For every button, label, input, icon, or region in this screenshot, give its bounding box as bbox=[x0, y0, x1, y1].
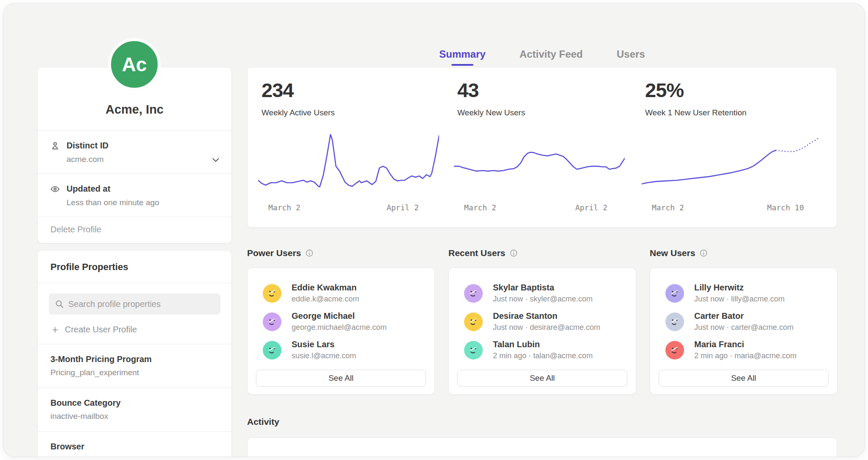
see-all-button[interactable]: See All bbox=[256, 370, 426, 387]
property-value: Pricing_plan_experiment bbox=[50, 368, 219, 377]
property-name: Bounce Category bbox=[50, 398, 219, 408]
face-icon bbox=[668, 287, 681, 300]
face-icon bbox=[266, 287, 278, 300]
property-name: Browser bbox=[50, 442, 219, 452]
x-axis: March 2 April 2 bbox=[258, 203, 439, 213]
active-tab-underline bbox=[451, 64, 473, 66]
info-icon[interactable] bbox=[305, 249, 314, 257]
field-value: acme.com bbox=[67, 155, 219, 164]
delete-profile-button[interactable]: Delete Profile bbox=[38, 217, 231, 243]
activity-card: 234 240 3.4k bbox=[247, 438, 837, 457]
info-icon[interactable] bbox=[699, 249, 708, 257]
user-name: Maria Franci bbox=[694, 340, 796, 349]
user-avatar bbox=[665, 312, 684, 331]
user-list-item[interactable]: Skylar BaptistaJust now · skyler@acme.co… bbox=[464, 282, 636, 304]
user-list-item[interactable]: Desirae StantonJust now · desirare@acme.… bbox=[464, 311, 636, 332]
face-icon bbox=[467, 287, 480, 300]
user-list-item[interactable]: Susie Larssusie.l@acme.com bbox=[263, 339, 434, 361]
see-all-button[interactable]: See All bbox=[457, 370, 627, 387]
recent-users-card: Skylar BaptistaJust now · skyler@acme.co… bbox=[448, 268, 636, 395]
user-detail: 2 min ago · maria@acme.com bbox=[694, 351, 796, 360]
x-tick: April 2 bbox=[387, 203, 419, 212]
user-avatar bbox=[665, 284, 684, 303]
user-list-item[interactable]: George Michaelgeorge.michael@acme.com bbox=[263, 311, 434, 332]
user-name: Skylar Baptista bbox=[493, 283, 593, 293]
user-avatar bbox=[263, 341, 281, 360]
tab-label: Activity Feed bbox=[520, 48, 583, 60]
info-icon[interactable] bbox=[509, 249, 518, 257]
avatar-initials: Ac bbox=[122, 53, 147, 76]
tab-activity-feed[interactable]: Activity Feed bbox=[520, 48, 583, 66]
new-users-card: Lilly HerwitzJust now · lilly@acme.comCa… bbox=[650, 268, 837, 395]
tab-label: Summary bbox=[439, 48, 485, 60]
sparkline-chart bbox=[454, 129, 625, 197]
search-box[interactable] bbox=[49, 293, 220, 315]
x-tick: March 2 bbox=[652, 203, 684, 212]
new-users-title: New Users bbox=[650, 248, 708, 258]
user-list-item[interactable]: Maria Franci2 min ago · maria@acme.com bbox=[665, 339, 837, 361]
profile-card: Acme, Inc Distinct ID acme.com bbox=[37, 67, 232, 243]
field-label: Updated at bbox=[67, 184, 110, 194]
updated-at-row: Updated at Less than one minute ago bbox=[38, 174, 231, 217]
plus-icon bbox=[51, 326, 59, 334]
user-list-item[interactable]: Lilly HerwitzJust now · lilly@acme.com bbox=[665, 282, 837, 304]
create-user-profile-button[interactable]: Create User Profile bbox=[38, 319, 231, 344]
x-tick: April 2 bbox=[575, 203, 607, 212]
tab-bar: Summary Activity Feed Users bbox=[247, 48, 837, 66]
user-avatar bbox=[464, 284, 483, 303]
tab-summary[interactable]: Summary bbox=[439, 48, 485, 66]
stat-label: Weekly New Users bbox=[457, 108, 525, 117]
profile-properties-title: Profile Properties bbox=[38, 251, 231, 283]
profile-properties-card: Profile Properties Create User Profile 3… bbox=[37, 250, 232, 457]
user-avatar bbox=[464, 341, 483, 360]
property-row[interactable]: Bounce Category inactive-mailbox bbox=[38, 388, 231, 432]
x-tick: March 2 bbox=[268, 203, 300, 212]
user-text: Carter BatorJust now · carter@acme.com bbox=[694, 311, 793, 332]
user-avatar bbox=[464, 312, 483, 331]
user-list-item[interactable]: Carter BatorJust now · carter@acme.com bbox=[665, 311, 837, 332]
stat-value: 25% bbox=[645, 78, 684, 102]
user-list-item[interactable]: Talan Lubin2 min ago · talan@acme.com bbox=[464, 339, 636, 361]
user-name: Desirae Stanton bbox=[493, 311, 600, 321]
user-text: Susie Larssusie.l@acme.com bbox=[292, 340, 356, 360]
stat-label: Week 1 New User Retention bbox=[645, 108, 746, 117]
property-value: Chrome bbox=[50, 455, 219, 457]
face-icon bbox=[266, 344, 278, 357]
user-text: Lilly HerwitzJust now · lilly@acme.com bbox=[694, 283, 785, 304]
field-label: Distinct ID bbox=[67, 141, 108, 151]
face-icon bbox=[668, 315, 681, 328]
face-icon bbox=[668, 344, 681, 357]
user-avatar bbox=[263, 312, 281, 331]
see-all-button[interactable]: See All bbox=[659, 370, 829, 387]
recent-users-title: Recent Users bbox=[448, 248, 518, 258]
user-text: Maria Franci2 min ago · maria@acme.com bbox=[694, 340, 796, 360]
face-icon bbox=[266, 315, 278, 328]
field-value: Less than one minute ago bbox=[67, 198, 219, 207]
user-list-item[interactable]: Eddie Kwakmaneddie.k@acme.com bbox=[263, 282, 434, 304]
activity-stat: 3.4k bbox=[654, 453, 690, 457]
search-input[interactable] bbox=[68, 299, 214, 309]
tab-users[interactable]: Users bbox=[617, 48, 645, 66]
user-text: George Michaelgeorge.michael@acme.com bbox=[292, 311, 387, 332]
user-detail: Just now · carter@acme.com bbox=[694, 323, 793, 332]
user-detail: Just now · skyler@acme.com bbox=[493, 295, 593, 304]
user-detail: Just now · lilly@acme.com bbox=[694, 295, 785, 304]
person-icon bbox=[50, 141, 60, 151]
property-row[interactable]: Browser Chrome bbox=[38, 432, 231, 457]
create-user-profile-label: Create User Profile bbox=[65, 325, 137, 335]
user-avatar bbox=[665, 341, 684, 360]
user-detail: susie.l@acme.com bbox=[292, 351, 356, 360]
user-detail: 2 min ago · talan@acme.com bbox=[493, 351, 593, 360]
tab-label: Users bbox=[617, 48, 645, 60]
user-name: Lilly Herwitz bbox=[694, 283, 785, 293]
activity-stat: 234 bbox=[262, 453, 293, 457]
property-row[interactable]: 3-Month Pricing Program Pricing_plan_exp… bbox=[38, 344, 231, 388]
user-name: Carter Bator bbox=[694, 311, 793, 321]
x-axis: March 2 March 10 bbox=[642, 203, 818, 213]
stat-value: 43 bbox=[457, 78, 479, 102]
x-axis: March 2 April 2 bbox=[454, 203, 625, 213]
power-users-card: Eddie Kwakmaneddie.k@acme.comGeorge Mich… bbox=[247, 268, 435, 395]
section-title-label: Power Users bbox=[247, 248, 301, 258]
activity-title: Activity bbox=[247, 417, 279, 427]
chevron-down-icon[interactable] bbox=[211, 155, 220, 164]
